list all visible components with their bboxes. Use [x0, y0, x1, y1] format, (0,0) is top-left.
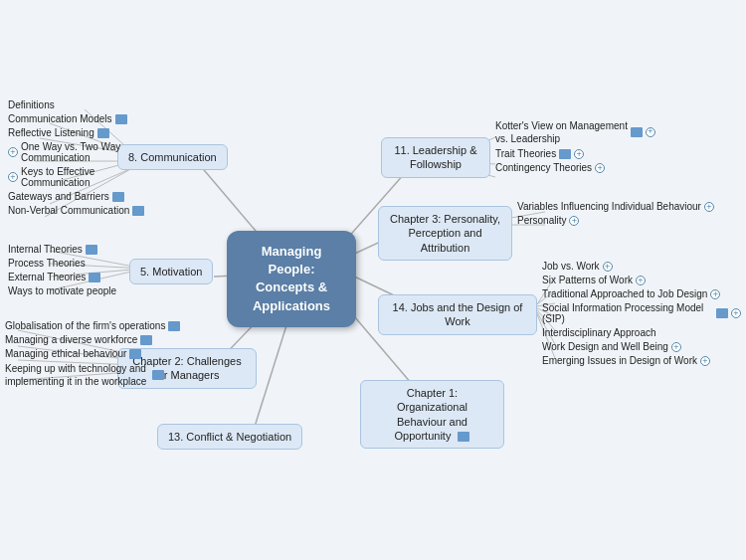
leaf-diverse: Managing a diverse workforce	[5, 334, 180, 345]
leaf-definitions: Definitions	[8, 99, 144, 110]
leaf-traditional: Traditional Approached to Job Design +	[542, 288, 741, 299]
leaf-six-patterns: Six Patterns of Work +	[542, 275, 741, 285]
center-title: Managing People: Concepts & Applications	[253, 244, 330, 313]
org-behaviour-node[interactable]: Chapter 1: Organizational Behaviour and …	[360, 380, 504, 449]
nonverbal-icon	[132, 206, 144, 216]
leaf-interdisciplinary: Interdisciplinary Approach	[542, 327, 741, 338]
gateways-icon	[112, 192, 124, 202]
challenges-leaves: Globalisation of the firm's operations M…	[5, 320, 180, 388]
chapter3-leaves: Variables Influencing Individual Behavio…	[517, 201, 714, 226]
trait-plus[interactable]: +	[574, 149, 584, 159]
leaf-gateways: Gateways and Barriers	[8, 191, 144, 202]
motivation-node[interactable]: 5. Motivation	[129, 259, 213, 284]
leaf-personality: Personality +	[517, 215, 714, 226]
comm-models-icon	[115, 114, 127, 124]
leaf-sip: Social Information Processing Model (SIP…	[542, 302, 741, 324]
leaf-work-design: Work Design and Well Being +	[542, 341, 741, 352]
work-design-plus[interactable]: +	[671, 342, 681, 352]
tech-icon	[152, 370, 164, 380]
leaf-contingency: Contingency Theories +	[495, 162, 655, 173]
contingency-plus[interactable]: +	[595, 163, 605, 173]
jobs-design-node[interactable]: 14. Jobs and the Design of Work	[378, 294, 537, 335]
job-work-plus[interactable]: +	[603, 262, 613, 272]
personality-plus[interactable]: +	[569, 216, 579, 226]
leaf-nonverbal: Non-Verbal Communication	[8, 205, 144, 216]
leaf-kotter: Kotter's View on Managementvs. Leadershi…	[495, 119, 655, 145]
leaf-variables: Variables Influencing Individual Behavio…	[517, 201, 714, 212]
kotter-icon	[631, 127, 643, 137]
org-icon	[458, 432, 469, 442]
center-node[interactable]: Managing People: Concepts & Applications	[227, 231, 356, 327]
jobs-design-leaves: Job vs. Work + Six Patterns of Work + Tr…	[542, 261, 741, 366]
leaf-globalisation: Globalisation of the firm's operations	[5, 320, 180, 331]
traditional-plus[interactable]: +	[710, 289, 720, 299]
sip-plus[interactable]: +	[731, 308, 741, 318]
leaf-ethical: Managing ethical behaviour	[5, 348, 180, 359]
leaf-process-theories: Process Theories	[8, 258, 116, 269]
keys-plus[interactable]: +	[8, 172, 18, 182]
leadership-node[interactable]: 11. Leadership & Followship	[381, 137, 490, 178]
six-patterns-plus[interactable]: +	[636, 276, 646, 285]
reflective-icon	[97, 128, 109, 138]
internal-icon	[86, 245, 97, 255]
external-icon	[89, 273, 100, 282]
diverse-icon	[140, 335, 152, 345]
leaf-one-way: + One Way vs. Two WayCommunication	[8, 141, 144, 163]
ethical-icon	[129, 349, 141, 359]
one-way-plus[interactable]: +	[8, 147, 18, 157]
leaf-trait-theories: Trait Theories +	[495, 148, 655, 159]
leaf-job-vs-work: Job vs. Work +	[542, 261, 741, 272]
leaf-keys: + Keys to EffectiveCommunication	[8, 166, 144, 188]
motivation-leaves: Internal Theories Process Theories Exter…	[8, 244, 116, 296]
variables-plus[interactable]: +	[704, 202, 714, 212]
leaf-internal-theories: Internal Theories	[8, 244, 116, 255]
kotter-plus[interactable]: +	[646, 127, 655, 137]
leaf-comm-models: Communication Models	[8, 113, 144, 124]
communication-leaves: Definitions Communication Models Reflect…	[8, 99, 144, 216]
leaf-emerging: Emerging Issues in Design of Work +	[542, 355, 741, 366]
global-icon	[168, 321, 180, 331]
emerging-plus[interactable]: +	[700, 356, 710, 366]
chapter3-node[interactable]: Chapter 3: Personality, Perception and A…	[378, 206, 512, 261]
leadership-leaves: Kotter's View on Managementvs. Leadershi…	[495, 119, 655, 173]
conflict-node[interactable]: 13. Conflict & Negotiation	[157, 424, 302, 450]
leaf-motivate-people: Ways to motivate people	[8, 285, 116, 296]
leaf-technology: Keeping up with technology and implement…	[5, 362, 164, 388]
sip-icon	[716, 308, 728, 318]
trait-icon	[559, 149, 571, 159]
leaf-reflective: Reflective Listening	[8, 127, 144, 138]
leaf-external-theories: External Theories	[8, 272, 116, 282]
